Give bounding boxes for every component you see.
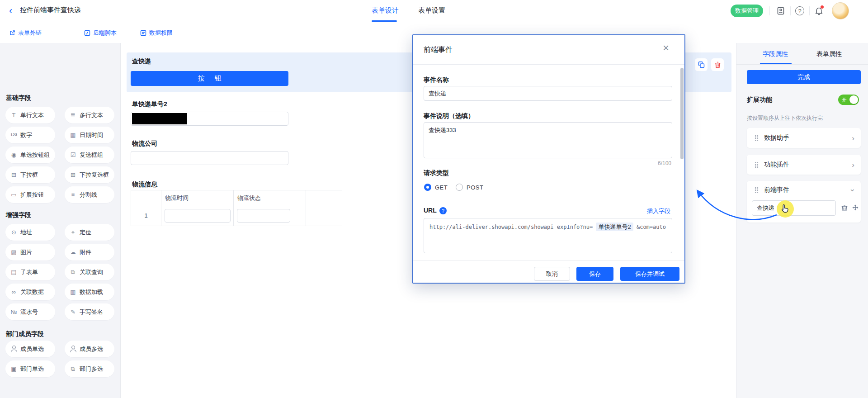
contact-book-icon[interactable] (775, 5, 787, 17)
logistics-company-input[interactable] (131, 151, 288, 165)
tab-form-properties[interactable]: 表单属性 (816, 50, 842, 58)
palette-item-image[interactable]: ▨图片 (5, 244, 55, 261)
logistics-subtable: 物流时间 物流状态 1 (131, 190, 342, 226)
people-icon (69, 346, 77, 352)
palette-item-divider-line[interactable]: ≡分割线 (65, 186, 114, 203)
external-link-button[interactable]: 表单外链 (9, 29, 42, 37)
drag-handle-icon[interactable] (755, 187, 759, 193)
palette-item-member-multi[interactable]: 成员多选 (65, 341, 114, 357)
app-window: ‹ 控件前端事件查快递 表单设计 表单设置 数据管理 ? 表单外链 后端脚本 (0, 0, 868, 398)
move-event-icon[interactable] (851, 204, 859, 212)
checkbox-icon: ☑ (69, 152, 77, 158)
image-icon: ▨ (10, 249, 18, 255)
execution-hint: 按设置顺序从上往下依次执行完 (747, 114, 823, 122)
palette-item-dept-multi[interactable]: ⧉部门多选 (65, 360, 114, 377)
palette-item-linked-query[interactable]: ⧉关联查询 (65, 264, 114, 280)
palette-item-member-single[interactable]: 成员单选 (5, 341, 55, 357)
done-button[interactable]: 完成 (747, 70, 861, 84)
tab-field-properties[interactable]: 字段属性 (763, 50, 788, 58)
data-manage-button[interactable]: 数据管理 (731, 5, 763, 17)
calendar-icon: ▦ (69, 132, 77, 138)
palette-item-dept-single[interactable]: ▣部门单选 (5, 360, 55, 377)
close-icon[interactable]: × (663, 42, 669, 54)
active-tab-underline (372, 20, 397, 22)
palette-item-datetime[interactable]: ▦日期时间 (65, 127, 114, 143)
divider (769, 6, 770, 15)
delete-field-button[interactable] (711, 58, 724, 71)
palette-item-attachment[interactable]: ☁附件 (65, 244, 114, 261)
code-icon (84, 30, 90, 36)
palette-item-dropdown[interactable]: ⊟下拉框 (5, 166, 55, 183)
divider-icon: ≡ (69, 192, 77, 198)
canvas-action-button[interactable]: 按 钮 (131, 71, 288, 86)
radio-post[interactable] (456, 184, 463, 191)
notification-bell-icon[interactable] (813, 5, 825, 17)
frontend-event-modal: 前端事件 × 事件名称 事件说明（选填） 查快递333 6/100 请求类型 G… (412, 34, 685, 284)
tab-form-design[interactable]: 表单设计 (372, 6, 399, 15)
depts-icon: ⧉ (69, 366, 77, 372)
palette-item-address[interactable]: ⊙地址 (5, 224, 55, 241)
palette-item-linked-data[interactable]: ∞关联数据 (5, 284, 55, 300)
palette-item-number[interactable]: 123数字 (5, 127, 55, 143)
palette-item-location[interactable]: ⌖定位 (65, 224, 114, 241)
single-line-text-icon: T (10, 112, 18, 118)
palette-item-subform[interactable]: ▤子表单 (5, 264, 55, 280)
back-icon[interactable]: ‹ (9, 5, 12, 17)
card-data-assistant[interactable]: 数据助手 › (747, 128, 861, 148)
palette-item-dropdown-multi[interactable]: ⊞下拉复选框 (65, 166, 114, 183)
copy-field-button[interactable] (695, 58, 708, 71)
user-avatar[interactable] (832, 2, 849, 19)
cancel-button[interactable]: 取消 (534, 267, 570, 281)
event-name-input[interactable] (752, 200, 836, 216)
event-name-input[interactable] (424, 86, 672, 101)
tab-form-settings[interactable]: 表单设置 (418, 6, 445, 15)
extension-toggle[interactable]: 开 (838, 95, 859, 105)
event-desc-textarea[interactable]: 查快递333 (424, 122, 672, 158)
palette-item-serial-number[interactable]: №流水号 (5, 303, 55, 320)
modal-scrollbar[interactable] (680, 68, 684, 159)
backend-script-button[interactable]: 后端脚本 (84, 29, 117, 37)
multi-line-text-icon: ≣ (69, 112, 77, 118)
card-function-plugin[interactable]: 功能插件 › (747, 155, 861, 175)
radio-get[interactable] (424, 184, 431, 191)
help-icon[interactable]: ? (794, 5, 806, 17)
linked-query-icon: ⧉ (69, 269, 77, 275)
field-palette-sidebar: 基础字段 T单行文本 ≣多行文本 123数字 ▦日期时间 ◉单选按钮组 ☑复选框… (0, 43, 121, 398)
section-title-dept-member: 部门成员字段 (6, 330, 44, 338)
palette-item-multi-line-text[interactable]: ≣多行文本 (65, 107, 114, 123)
drag-handle-icon[interactable] (755, 135, 759, 141)
delete-event-icon[interactable] (840, 204, 849, 212)
event-name-label: 事件名称 (424, 76, 449, 84)
url-help-icon[interactable]: ? (439, 207, 447, 214)
subtable-status-input[interactable] (237, 209, 290, 223)
palette-item-single-line-text[interactable]: T单行文本 (5, 107, 55, 123)
notification-dot (821, 5, 824, 9)
card-frontend-event[interactable]: 前端事件 › (747, 181, 861, 223)
url-input-area[interactable]: http://ali-deliver.showapi.com/showapi_e… (424, 218, 672, 253)
url-label: URL (424, 207, 437, 214)
column-header-time: 物流时间 (161, 190, 189, 206)
palette-item-radio-group[interactable]: ◉单选按钮组 (5, 147, 55, 163)
data-permission-button[interactable]: 数据权限 (140, 29, 173, 37)
insert-field-link[interactable]: 插入字段 (647, 207, 670, 215)
palette-item-extend-button[interactable]: ▭扩展按钮 (5, 186, 55, 203)
location-target-icon: ⌖ (69, 229, 77, 235)
link-chain-icon: ∞ (10, 289, 18, 295)
radio-get-label[interactable]: GET (435, 184, 448, 191)
form-title[interactable]: 控件前端事件查快递 (20, 6, 81, 17)
divider (790, 6, 791, 15)
row-number: 1 (131, 206, 161, 226)
palette-item-signature[interactable]: ✎手写签名 (65, 303, 114, 320)
divider (809, 6, 810, 15)
save-and-debug-button[interactable]: 保存并调试 (620, 267, 679, 281)
inserted-field-chip[interactable]: 单快递单号2 (596, 223, 633, 231)
drag-handle-icon[interactable] (755, 161, 759, 168)
radio-post-label[interactable]: POST (467, 184, 483, 191)
palette-item-checkbox-group[interactable]: ☑复选框组 (65, 147, 114, 163)
modal-save-button[interactable]: 保存 (576, 267, 613, 281)
dropdown-icon: ⊟ (10, 172, 18, 178)
pen-icon: ✎ (69, 309, 77, 315)
palette-item-data-load[interactable]: ▥数据加载 (65, 284, 114, 300)
subtable-time-input[interactable] (165, 209, 231, 223)
chevron-right-icon: › (852, 134, 854, 142)
